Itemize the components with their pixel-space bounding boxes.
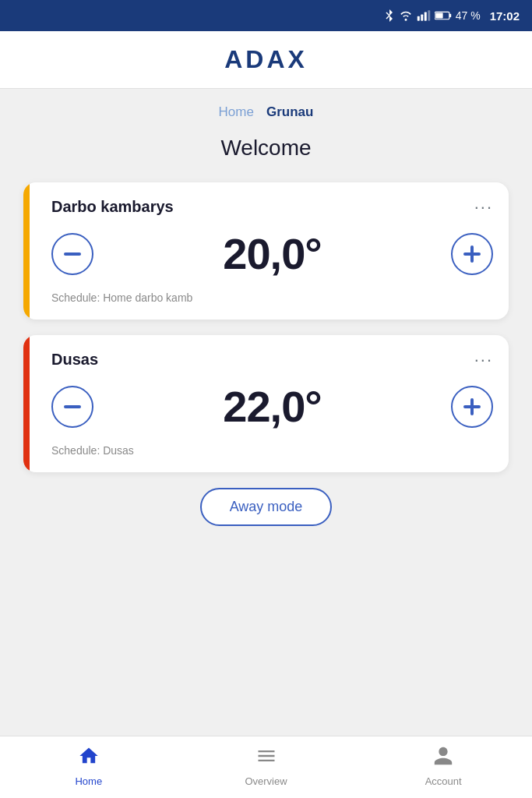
app-header: ADAX (0, 31, 532, 89)
nav-item-overview[interactable]: Overview (178, 745, 355, 787)
nav-label-account: Account (425, 775, 462, 787)
svg-rect-10 (64, 405, 81, 408)
minus-icon-1 (64, 252, 81, 256)
bluetooth-icon (384, 9, 395, 23)
accent-bar-1 (23, 182, 30, 320)
decrease-button-1[interactable] (51, 233, 93, 275)
increase-button-2[interactable] (451, 386, 493, 428)
card-content-1: Darbo kambarys ··· 20,0° Schedule: Hom (51, 198, 493, 304)
account-icon (432, 745, 454, 772)
more-button-2[interactable]: ··· (474, 351, 493, 369)
battery-icon (435, 11, 452, 20)
svg-rect-5 (449, 14, 451, 18)
schedule-label-2: Schedule: Dusas (51, 444, 493, 457)
decrease-button-2[interactable] (51, 386, 93, 428)
card-content-2: Dusas ··· 22,0° Schedule: Dusas (51, 351, 493, 457)
svg-rect-1 (421, 15, 423, 21)
svg-rect-12 (463, 405, 481, 408)
breadcrumb-home[interactable]: Home (219, 104, 254, 120)
svg-rect-9 (463, 252, 481, 256)
device-name-1: Darbo kambarys (51, 198, 174, 216)
svg-rect-0 (417, 16, 419, 21)
main-content: Home Grunau Welcome Darbo kambarys ··· 2… (0, 89, 532, 736)
schedule-label-1: Schedule: Home darbo kamb (51, 291, 493, 304)
svg-rect-2 (424, 12, 426, 21)
svg-rect-3 (428, 10, 430, 21)
plus-icon-1 (463, 245, 481, 263)
welcome-title: Welcome (23, 136, 509, 161)
temp-row-2: 22,0° (51, 381, 493, 432)
bottom-nav: Home Overview Account (0, 736, 532, 798)
temperature-value-2: 22,0° (223, 381, 321, 432)
nav-label-overview: Overview (245, 775, 287, 787)
overview-icon (255, 745, 277, 772)
away-mode-container: Away mode (23, 488, 509, 526)
increase-button-1[interactable] (451, 233, 493, 275)
device-card-2: Dusas ··· 22,0° Schedule: Dusas (23, 335, 509, 472)
plus-icon-2 (463, 398, 481, 415)
temp-row-1: 20,0° (51, 228, 493, 279)
status-icons: 47 % (384, 9, 481, 23)
nav-item-account[interactable]: Account (354, 745, 532, 787)
card-header-1: Darbo kambarys ··· (51, 198, 493, 216)
status-bar: 47 % 17:02 (0, 0, 532, 31)
card-header-2: Dusas ··· (51, 351, 493, 369)
device-name-2: Dusas (51, 351, 98, 369)
wifi-icon (399, 10, 413, 21)
signal-icon (417, 10, 431, 21)
home-icon (78, 745, 100, 772)
away-mode-button[interactable]: Away mode (200, 488, 333, 526)
status-time: 17:02 (490, 9, 520, 23)
accent-bar-2 (23, 335, 30, 472)
app-logo: ADAX (224, 45, 308, 74)
breadcrumb-grunau[interactable]: Grunau (266, 104, 313, 120)
svg-rect-7 (64, 252, 81, 256)
breadcrumb: Home Grunau (23, 104, 509, 120)
temperature-value-1: 20,0° (223, 228, 321, 279)
more-button-1[interactable]: ··· (474, 199, 493, 216)
nav-label-home: Home (75, 775, 102, 787)
battery-percentage: 47 % (456, 9, 481, 22)
nav-item-home[interactable]: Home (0, 745, 178, 787)
svg-rect-6 (435, 12, 442, 18)
device-card-1: Darbo kambarys ··· 20,0° Schedule: Hom (23, 182, 509, 320)
minus-icon-2 (64, 405, 81, 408)
